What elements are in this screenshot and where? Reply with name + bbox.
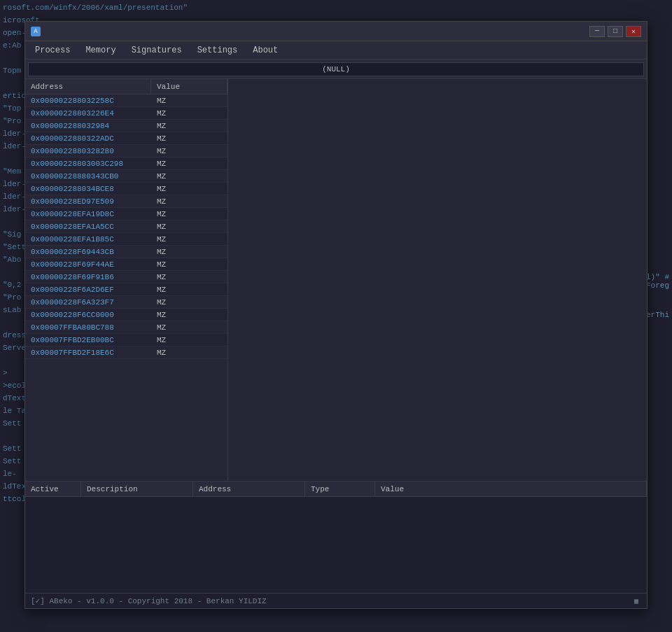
table-row[interactable]: 0x00000228EFA1B85CMZ [25,233,227,246]
cell-value: MZ [151,235,227,244]
bottom-header-type: Type [305,482,375,496]
address-table-header: Address Value [25,79,227,94]
menu-bar: Process Memory Signatures Settings About [25,41,647,59]
cell-value: MZ [151,260,227,269]
cell-value: MZ [151,134,227,143]
table-row[interactable]: 0x00000228F6A323F7MZ [25,296,227,309]
table-row[interactable]: 0x00000228803003C298MZ [25,157,227,170]
bottom-section: Active Description Address Type Value [25,481,647,593]
minimize-button[interactable]: ─ [589,26,605,37]
menu-item-settings[interactable]: Settings [190,43,245,57]
cell-value: MZ [151,210,227,218]
address-panel: Address Value 0x000002288032258CMZ0x0000… [25,79,228,481]
table-row[interactable]: 0x000002288034BCE8MZ [25,183,227,195]
address-table-body[interactable]: 0x000002288032258CMZ0x00000228803226E4MZ… [25,94,227,481]
bottom-header-address: Address [193,482,305,496]
cell-value: MZ [151,273,227,281]
cell-value: MZ [151,223,227,231]
cell-value: MZ [151,97,227,105]
cell-address: 0x000002288032984 [25,122,151,130]
bg-line: rosoft.com/winfx/2006/xaml/presentation" [3,1,669,14]
table-row[interactable]: 0x00000228F6A2D6EFMZ [25,283,227,296]
table-row[interactable]: 0x000002288032984MZ [25,120,227,132]
table-row[interactable]: 0x00007FFBA80BC788MZ [25,321,227,334]
cell-value: MZ [151,349,227,357]
cell-value: MZ [151,298,227,307]
menu-item-process[interactable]: Process [28,43,77,57]
cell-address: 0x000002288034BCE8 [25,185,151,193]
app-icon-letter: A [34,28,37,35]
bottom-table-header: Active Description Address Type Value [25,482,647,497]
table-row[interactable]: 0x00000228F69F91B6MZ [25,271,227,283]
right-panel [228,79,647,481]
cell-address: 0x00007FFBD2EB00BC [25,336,151,344]
table-row[interactable]: 0x00000228F6CC0000MZ [25,309,227,321]
table-row[interactable]: 0x00000228ED97E509MZ [25,195,227,208]
cell-address: 0x00000228EFA1B85C [25,235,151,244]
bottom-header-value: Value [375,482,647,496]
cell-value: MZ [151,323,227,332]
cell-value: MZ [151,160,227,168]
toolbar [25,59,647,79]
cell-address: 0x00007FFBA80BC788 [25,323,151,332]
table-row[interactable]: 0x00000228EFA1A5CCMZ [25,220,227,233]
cell-value: MZ [151,172,227,181]
table-row[interactable]: 0x00007FFBD2F18E6CMZ [25,346,227,359]
bottom-header-description: Description [81,482,193,496]
cell-address: 0x00000228ED97E509 [25,197,151,206]
cell-address: 0x00000228EFA19D8C [25,210,151,218]
title-bar-left: A [31,27,41,36]
cell-address: 0x00000228803226E4 [25,109,151,118]
close-button[interactable]: ✕ [626,26,641,37]
bottom-header-active: Active [25,482,81,496]
main-window: A ─ □ ✕ Process Memory Signatures Settin… [24,21,648,609]
title-bar-controls: ─ □ ✕ [589,26,641,37]
cell-value: MZ [151,336,227,344]
cell-value: MZ [151,185,227,193]
cell-value: MZ [151,197,227,206]
cell-address: 0x00000228EFA1A5CC [25,223,151,231]
cell-address: 0x00000228F69F91B6 [25,273,151,281]
cell-address: 0x000002288032258C [25,97,151,105]
cell-value: MZ [151,122,227,130]
cell-value: MZ [151,286,227,294]
cell-address: 0x00000228F69F44AE [25,260,151,269]
cell-address: 0x0000022880322ADC [25,134,151,143]
cell-value: MZ [151,147,227,155]
header-value: Value [151,79,227,94]
table-row[interactable]: 0x00000228F69443CBMZ [25,246,227,258]
content-area: Address Value 0x000002288032258CMZ0x0000… [25,79,647,481]
cell-value: MZ [151,248,227,256]
app-icon: A [31,27,41,36]
table-row[interactable]: 0x000002288032258CMZ [25,94,227,107]
maximize-button[interactable]: □ [608,26,623,37]
cell-address: 0x00000228F69443CB [25,248,151,256]
cell-address: 0x00000228803003C298 [25,160,151,168]
table-row[interactable]: 0x00007FFBD2EB00BCMZ [25,334,227,346]
cell-address: 0x00007FFBD2F18E6C [25,349,151,357]
cell-address: 0x00000228F6A2D6EF [25,286,151,294]
cell-address: 0x00000228880343CB0 [25,172,151,181]
header-address: Address [25,79,151,94]
status-bar: [✓] ABeko - v1.0.0 - Copyright 2018 - Be… [25,593,647,608]
status-icon: ▦ [634,597,638,605]
cell-value: MZ [151,109,227,118]
menu-item-memory[interactable]: Memory [78,43,122,57]
cell-address: 0x00000228F6CC0000 [25,311,151,319]
bottom-body [25,497,647,593]
table-row[interactable]: 0x00000228880343CB0MZ [25,170,227,183]
table-row[interactable]: 0x00000228F69F44AEMZ [25,258,227,271]
menu-item-signatures[interactable]: Signatures [125,43,189,57]
cell-value: MZ [151,311,227,319]
title-bar: A ─ □ ✕ [25,22,647,41]
table-row[interactable]: 0x0000022880322ADCMZ [25,132,227,145]
cell-address: 0x00000228F6A323F7 [25,298,151,307]
cell-address: 0x0000022880328280 [25,147,151,155]
table-row[interactable]: 0x0000022880328280MZ [25,145,227,157]
status-text: [✓] ABeko - v1.0.0 - Copyright 2018 - Be… [31,596,267,605]
table-row[interactable]: 0x00000228803226E4MZ [25,107,227,120]
table-row[interactable]: 0x00000228EFA19D8CMZ [25,208,227,220]
address-input[interactable] [28,62,644,76]
menu-item-about[interactable]: About [246,43,285,57]
